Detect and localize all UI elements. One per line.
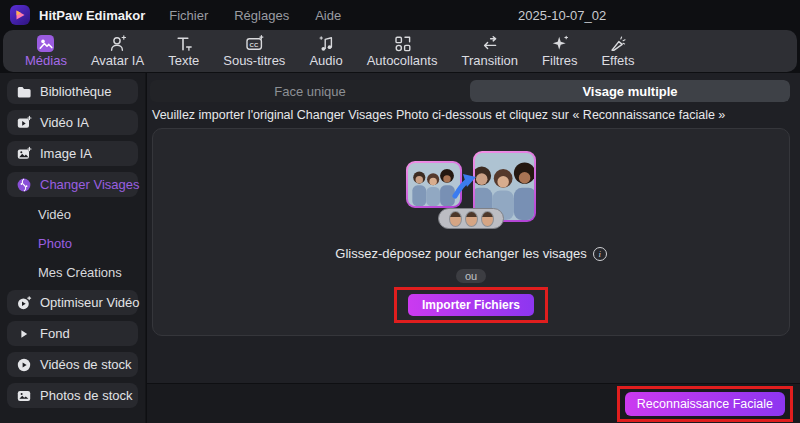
main-content: Face unique Visage multiple Veuillez imp… [147, 73, 800, 423]
project-name: 2025-10-07_02 [518, 0, 606, 30]
background-icon [16, 326, 32, 342]
sidebar-item-optimiseur-video[interactable]: Optimiseur Vidéo [7, 290, 138, 315]
ai-image-icon [16, 146, 32, 162]
sidebar-item-label: Bibliothèque [40, 84, 112, 99]
sidebar-item-fond[interactable]: Fond [7, 321, 138, 346]
sidebar-item-label: Vidéo IA [40, 115, 89, 130]
svg-text:CC: CC [249, 41, 258, 47]
filters-icon [550, 33, 569, 53]
sidebar-item-label: Mes Créations [38, 265, 122, 280]
library-folder-icon [16, 84, 32, 100]
face-swap-icon [16, 177, 32, 193]
sidebar-item-bibliotheque[interactable]: Bibliothèque [7, 79, 138, 104]
sidebar-item-video-ia[interactable]: Vidéo IA [7, 110, 138, 135]
menu-fichier[interactable]: Fichier [169, 8, 208, 23]
annotation-box-recognize: Reconnaissance Faciale [617, 386, 793, 422]
sidebar-item-label: Vidéo [38, 207, 71, 222]
subtitles-icon: CC [245, 33, 264, 53]
tool-label: Autocollants [367, 53, 438, 69]
sidebar-item-photos-de-stock[interactable]: Photos de stock [7, 383, 138, 408]
drag-drop-hint: Glissez-déposez pour échanger les visage… [335, 246, 606, 261]
tool-label: Médias [25, 53, 67, 69]
face-thumb [465, 211, 478, 227]
info-icon[interactable]: i [593, 247, 607, 261]
tab-face-unique[interactable]: Face unique [150, 80, 470, 102]
tab-audio[interactable]: Audio [297, 30, 354, 72]
tool-label: Audio [309, 53, 342, 69]
import-dropzone[interactable]: Glissez-déposez pour échanger les visage… [152, 128, 790, 336]
sidebar-item-label: Photo [38, 236, 72, 251]
tab-effets[interactable]: Effets [589, 30, 646, 72]
menu-reglages[interactable]: Réglages [234, 8, 289, 23]
sidebar: Bibliothèque Vidéo IA Image IA [0, 73, 146, 423]
tool-label: Effets [601, 53, 634, 69]
content-footer: Reconnaissance Faciale [147, 383, 800, 423]
swap-arrow-icon [450, 172, 478, 200]
stock-videos-icon [16, 357, 32, 373]
face-thumb [481, 211, 494, 227]
transition-icon [480, 33, 499, 53]
stickers-icon [393, 33, 412, 53]
sidebar-item-image-ia[interactable]: Image IA [7, 141, 138, 166]
face-mode-tabs: Face unique Visage multiple [150, 80, 790, 102]
import-files-button[interactable]: Importer Fichiers [408, 294, 534, 316]
ai-video-icon [16, 115, 32, 131]
tab-autocollants[interactable]: Autocollants [355, 30, 450, 72]
tab-transition[interactable]: Transition [449, 30, 530, 72]
sidebar-item-changer-visages[interactable]: Changer Visages [7, 172, 138, 197]
sidebar-item-label: Fond [40, 326, 70, 341]
sidebar-item-label: Optimiseur Vidéo [40, 295, 139, 310]
sidebar-subitem-mes-creations[interactable]: Mes Créations [7, 261, 138, 284]
menu-aide[interactable]: Aide [315, 8, 341, 23]
sidebar-item-label: Image IA [40, 146, 92, 161]
text-icon [174, 33, 193, 53]
stock-photos-icon [16, 388, 32, 404]
video-enhancer-icon [16, 295, 32, 311]
tool-label: Transition [461, 53, 518, 69]
titlebar: HitPaw Edimakor Fichier Réglages Aide 20… [0, 0, 800, 30]
sidebar-item-label: Changer Visages [40, 177, 140, 192]
tab-texte[interactable]: Texte [156, 30, 211, 72]
sidebar-item-label: Vidéos de stock [40, 357, 132, 372]
instruction-text: Veuillez importer l'original Changer Vis… [152, 108, 725, 122]
sidebar-item-videos-de-stock[interactable]: Vidéos de stock [7, 352, 138, 377]
tab-visage-multiple[interactable]: Visage multiple [470, 80, 790, 102]
tool-label: Avatar IA [91, 53, 144, 69]
effects-icon [608, 33, 627, 53]
face-swap-illustration [404, 148, 538, 229]
audio-icon [317, 33, 336, 53]
toolbar: Médias Avatar IA Texte CC S [3, 30, 797, 72]
drag-drop-text: Glissez-déposez pour échanger les visage… [335, 246, 586, 261]
ai-avatar-icon [108, 33, 127, 53]
sidebar-item-label: Photos de stock [40, 388, 133, 403]
tool-label: Texte [168, 53, 199, 69]
tab-avatar-ia[interactable]: Avatar IA [79, 30, 156, 72]
tab-filtres[interactable]: Filtres [530, 30, 589, 72]
tab-medias[interactable]: Médias [13, 30, 79, 72]
app-logo-icon [10, 5, 30, 25]
face-thumb [449, 211, 462, 227]
annotation-box-import: Importer Fichiers [394, 287, 548, 323]
sidebar-subitem-photo[interactable]: Photo [7, 232, 138, 255]
tab-sous-titres[interactable]: CC Sous-titres [211, 30, 297, 72]
media-icon [36, 33, 55, 53]
app-title: HitPaw Edimakor [39, 8, 145, 23]
tool-label: Filtres [542, 53, 577, 69]
face-recognition-button[interactable]: Reconnaissance Faciale [625, 392, 785, 416]
or-divider: ou [456, 269, 486, 283]
tool-label: Sous-titres [223, 53, 285, 69]
detected-faces-strip [438, 208, 504, 229]
sidebar-subitem-video[interactable]: Vidéo [7, 203, 138, 226]
